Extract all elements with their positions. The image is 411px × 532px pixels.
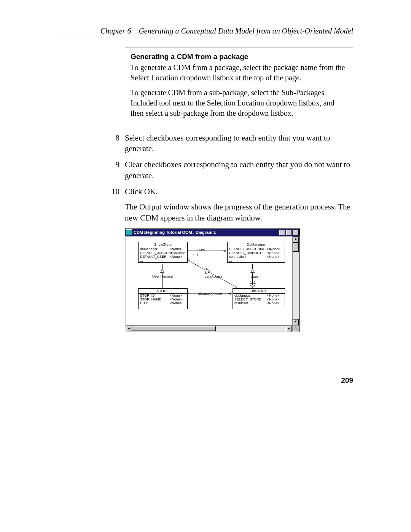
attr-type: <None> — [267, 301, 283, 305]
attr: DEFAULT_TIMEOUT — [229, 251, 267, 255]
close-button[interactable]: × — [293, 230, 299, 235]
attr-more: ... — [233, 305, 285, 309]
attr-more: ... — [139, 259, 187, 262]
attr: DEFAULT_JDBCDRIVER — [229, 247, 268, 251]
diagram-canvas[interactable]: ShowStore dbManager<None> DEFAULT_JDBCUR… — [126, 236, 292, 326]
page-header: Chapter 6 Generating a Conceptual Data M… — [58, 27, 353, 37]
step-9: 9 Clear checkboxes corresponding to each… — [125, 159, 353, 181]
step-9-text: Clear checkboxes corresponding to each e… — [125, 159, 353, 181]
note-p1: To generate a CDM from a package, select… — [131, 62, 347, 83]
attr-type: <None> — [170, 301, 186, 305]
rel-card-2: 1..1 — [250, 281, 256, 284]
header-rule — [58, 37, 353, 37]
child-dataaccess: dataAccess — [202, 275, 225, 278]
attr-type: <None> — [170, 247, 186, 251]
note-box: Generating a CDM from a package To gener… — [125, 48, 353, 124]
hscroll-thumb[interactable] — [132, 326, 216, 331]
horizontal-scrollbar[interactable]: ◄ ► — [126, 326, 292, 331]
attr: dbManager — [234, 294, 267, 297]
step-9-num: 9 — [104, 159, 125, 181]
attr: DEFAULT_USER — [140, 255, 170, 259]
attr: connection — [229, 255, 267, 259]
entity-dbmanager-title: DbManager — [228, 242, 285, 247]
svg-marker-5 — [205, 268, 210, 274]
entity-store-title: STORE — [139, 289, 187, 294]
attr-more: ... — [228, 259, 285, 262]
scroll-left-icon[interactable]: ◄ — [126, 326, 132, 332]
rel-dbmanagement: dbManagement — [198, 292, 222, 296]
attr-type: <None> — [267, 255, 283, 259]
note-title: Generating a CDM from a package — [131, 52, 347, 62]
chapter-label: Chapter 6 — [100, 27, 131, 35]
child-uses: Uses — [248, 275, 261, 278]
attr-type: <None> — [170, 297, 186, 301]
attr: dbManager — [140, 247, 170, 251]
diagram-window: CDM Beginning Tutorial OOM , Diagram 1 _… — [125, 228, 300, 332]
step-8-num: 8 — [104, 133, 125, 154]
attr-type: <None> — [267, 297, 283, 301]
entity-dbstore[interactable]: DbSTORE dbManager<None> SELECT_STORE<Non… — [233, 288, 285, 309]
attr: STOR_NAME — [140, 297, 170, 301]
minimize-button[interactable]: _ — [279, 230, 285, 235]
attr: DEFAULT_JDBCURL — [140, 251, 173, 255]
content-area: Generating a CDM from a package To gener… — [125, 48, 353, 332]
vscroll-thumb[interactable] — [293, 243, 299, 252]
step-8: 8 Select checkboxes corresponding to eac… — [125, 133, 353, 154]
entity-dbmanager[interactable]: DbManager DEFAULT_JDBCDRIVER<None> DEFAU… — [227, 242, 285, 263]
maximize-button[interactable]: □ — [286, 230, 292, 235]
step-list: 8 Select checkboxes corresponding to eac… — [125, 133, 353, 223]
step-10-text-a: Click OK. — [125, 186, 353, 197]
attr-type: <None> — [173, 251, 186, 255]
hscroll-track[interactable] — [132, 326, 286, 331]
attr-type: <None> — [268, 247, 283, 251]
entity-showstore-title: ShowStore — [139, 242, 187, 247]
rel-uses: uses — [198, 248, 205, 252]
attr: CITY — [140, 301, 170, 305]
step-8-text: Select checkboxes corresponding to each … — [125, 133, 353, 154]
page-number: 209 — [341, 376, 353, 385]
chapter-title: Generating a Conceptual Data Model from … — [139, 27, 353, 35]
svg-marker-7 — [251, 269, 255, 273]
step-10-num: 10 — [104, 186, 125, 223]
attr-type: <None> — [267, 251, 283, 255]
window-title: CDM Beginning Tutorial OOM , Diagram 1 — [134, 230, 279, 235]
rel-card-1: 1..1 — [193, 253, 199, 257]
attr-type: <None> — [170, 294, 186, 297]
note-p2: To generate CDM from a sub-package, sele… — [131, 88, 347, 118]
entity-dbstore-title: DbSTORE — [233, 289, 285, 294]
entity-showstore[interactable]: ShowStore dbManager<None> DEFAULT_JDBCUR… — [138, 242, 188, 263]
step-10-text-b: The Output window shows the progress of … — [125, 201, 353, 223]
running-head: Chapter 6 Generating a Conceptual Data M… — [58, 27, 353, 35]
attr-type: <None> — [170, 255, 186, 259]
step-10: 10 Click OK. The Output window shows the… — [125, 186, 353, 223]
attr: resultSet — [234, 301, 267, 305]
scroll-up-icon[interactable]: ▲ — [293, 236, 299, 243]
entity-store[interactable]: STORE STOR_ID<None> STOR_NAME<None> CITY… — [138, 288, 188, 309]
svg-line-4 — [186, 259, 237, 288]
titlebar[interactable]: CDM Beginning Tutorial OOM , Diagram 1 _… — [125, 229, 299, 236]
scroll-right-icon[interactable]: ► — [286, 326, 292, 332]
vscroll-track[interactable] — [293, 243, 299, 319]
child-userinterface: UserInterface — [151, 275, 174, 278]
resize-grip-icon[interactable] — [292, 326, 299, 331]
svg-marker-3 — [161, 269, 164, 273]
attr-type: <None> — [267, 294, 283, 297]
app-icon — [126, 229, 132, 235]
page: Chapter 6 Generating a Conceptual Data M… — [0, 0, 411, 532]
attr: SELECT_STORE — [234, 297, 267, 301]
scroll-down-icon[interactable]: ▼ — [293, 319, 299, 325]
vertical-scrollbar[interactable]: ▲ ▼ — [292, 236, 299, 326]
attr: STOR_ID — [140, 294, 170, 297]
attr-more: ... — [139, 305, 187, 309]
